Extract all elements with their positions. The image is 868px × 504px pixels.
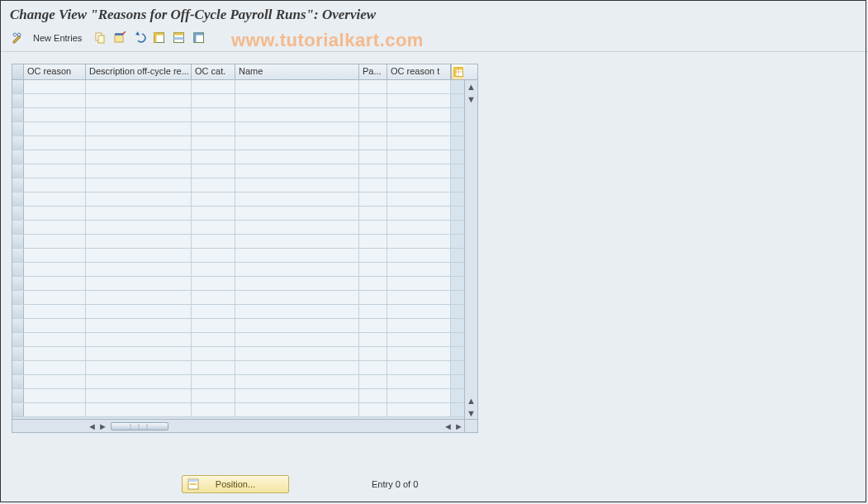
cell[interactable] [86,319,192,332]
cell[interactable] [86,403,192,416]
cell[interactable] [192,221,235,234]
cell[interactable] [24,291,86,304]
cell[interactable] [24,94,86,107]
table-row[interactable] [12,108,464,122]
table-row[interactable] [12,207,464,221]
table-row[interactable] [12,150,464,164]
row-selector[interactable] [12,108,24,121]
table-row[interactable] [12,249,464,263]
cell[interactable] [192,193,235,206]
cell[interactable] [359,178,387,192]
cell[interactable] [24,389,86,402]
cell[interactable] [86,263,192,276]
cell[interactable] [387,263,451,276]
cell[interactable] [192,333,235,346]
cell[interactable] [192,249,235,262]
cell[interactable] [359,347,387,360]
cell[interactable] [24,108,86,121]
scroll-up-icon[interactable]: ▲ [465,80,477,93]
column-header-oc-cat[interactable]: OC cat. [192,64,235,79]
cell[interactable] [24,235,86,248]
cell[interactable] [235,108,359,121]
table-row[interactable] [12,221,464,235]
cell[interactable] [387,178,451,192]
cell[interactable] [86,150,192,164]
cell[interactable] [235,122,359,136]
table-row[interactable] [12,389,464,403]
row-selector[interactable] [12,221,24,234]
table-row[interactable] [12,333,464,347]
table-row[interactable] [12,361,464,375]
cell[interactable] [86,235,192,248]
cell[interactable] [235,193,359,206]
cell[interactable] [359,164,387,178]
cell[interactable] [192,164,235,178]
cell[interactable] [235,361,359,374]
cell[interactable] [86,136,192,150]
table-row[interactable] [12,94,464,108]
cell[interactable] [387,108,451,121]
row-selector[interactable] [12,122,24,136]
cell[interactable] [235,291,359,304]
cell[interactable] [24,347,86,360]
cell[interactable] [387,80,451,93]
cell[interactable] [359,277,387,290]
cell[interactable] [235,389,359,402]
cell[interactable] [387,277,451,290]
cell[interactable] [24,136,86,150]
cell[interactable] [387,361,451,374]
cell[interactable] [24,164,86,178]
cell[interactable] [235,150,359,164]
row-selector[interactable] [12,375,24,388]
cell[interactable] [24,249,86,262]
position-button[interactable]: Position... [182,475,289,493]
cell[interactable] [359,150,387,164]
cell[interactable] [24,333,86,346]
cell[interactable] [387,235,451,248]
row-selector[interactable] [12,305,24,318]
cell[interactable] [86,193,192,206]
table-row[interactable] [12,277,464,291]
cell[interactable] [24,221,86,234]
vertical-scrollbar[interactable]: ▲ ▼ ▲ ▼ [464,80,477,419]
table-row[interactable] [12,403,464,417]
cell[interactable] [235,277,359,290]
table-row[interactable] [12,193,464,207]
cell[interactable] [235,207,359,220]
cell[interactable] [235,375,359,388]
cell[interactable] [359,80,387,93]
scroll-right-icon[interactable]: ► [453,421,464,431]
cell[interactable] [192,403,235,416]
cell[interactable] [192,361,235,374]
cell[interactable] [387,150,451,164]
row-selector[interactable] [12,235,24,248]
cell[interactable] [24,263,86,276]
cell[interactable] [387,347,451,360]
row-selector[interactable] [12,389,24,402]
cell[interactable] [387,333,451,346]
table-row[interactable] [12,80,464,94]
deselect-all-button[interactable] [191,30,207,46]
row-selector[interactable] [12,361,24,374]
cell[interactable] [359,389,387,402]
cell[interactable] [192,122,235,136]
table-row[interactable] [12,164,464,178]
cell[interactable] [192,319,235,332]
table-settings-button[interactable] [451,64,464,79]
cell[interactable] [192,150,235,164]
row-selector[interactable] [12,150,24,164]
cell[interactable] [387,319,451,332]
cell[interactable] [359,136,387,150]
table-row[interactable] [12,347,464,361]
cell[interactable] [235,221,359,234]
cell[interactable] [387,164,451,178]
cell[interactable] [387,403,451,416]
cell[interactable] [192,235,235,248]
cell[interactable] [359,193,387,206]
cell[interactable] [192,305,235,318]
cell[interactable] [359,122,387,136]
cell[interactable] [86,333,192,346]
table-row[interactable] [12,263,464,277]
cell[interactable] [192,94,235,107]
cell[interactable] [235,347,359,360]
